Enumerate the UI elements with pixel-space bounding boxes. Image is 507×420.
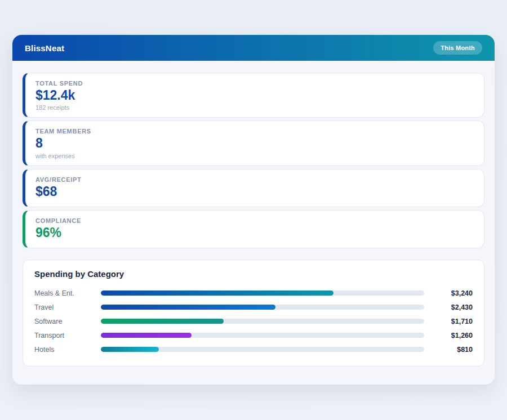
stat-value: $68 bbox=[35, 185, 474, 199]
stat-label: TEAM MEMBERS bbox=[35, 128, 474, 135]
spending-by-category-card: Spending by Category Meals & Ent. $3,240… bbox=[23, 260, 484, 367]
bar-row-hotels: Hotels $810 bbox=[34, 342, 473, 356]
bar-label: Transport bbox=[34, 332, 94, 339]
bar-track bbox=[101, 305, 424, 310]
bar-fill bbox=[101, 305, 275, 310]
bar-label: Software bbox=[34, 318, 94, 325]
bar-fill bbox=[101, 333, 192, 338]
stat-card-total-spend: TOTAL SPEND $12.4k 182 receipts bbox=[23, 73, 484, 118]
bar-track bbox=[101, 333, 424, 338]
bar-label: Meals & Ent. bbox=[34, 289, 94, 297]
bar-value: $1,260 bbox=[431, 332, 473, 339]
stat-subtext: 182 receipts bbox=[35, 104, 474, 111]
bar-track bbox=[101, 291, 424, 296]
bar-row-meals: Meals & Ent. $3,240 bbox=[34, 286, 473, 300]
stat-label: COMPLIANCE bbox=[35, 217, 474, 224]
bar-value: $3,240 bbox=[431, 289, 473, 297]
stat-label: AVG/RECEIPT bbox=[35, 176, 474, 183]
bar-row-travel: Travel $2,430 bbox=[34, 300, 473, 314]
bar-label: Hotels bbox=[34, 346, 94, 354]
stat-card-compliance: COMPLIANCE 96% bbox=[23, 210, 484, 248]
bar-fill bbox=[101, 347, 159, 352]
bar-value: $810 bbox=[431, 346, 473, 354]
stat-value: $12.4k bbox=[35, 88, 474, 102]
bar-label: Travel bbox=[34, 303, 94, 311]
bar-track bbox=[101, 347, 424, 352]
dashboard-content: TOTAL SPEND $12.4k 182 receipts TEAM MEM… bbox=[12, 61, 495, 377]
period-badge[interactable]: This Month bbox=[433, 41, 482, 55]
stat-value: 8 bbox=[35, 136, 474, 150]
bar-row-software: Software $1,710 bbox=[34, 314, 473, 328]
bar-fill bbox=[101, 319, 224, 324]
stat-card-avg-receipt: AVG/RECEIPT $68 bbox=[23, 169, 484, 207]
dashboard-panel: BlissNeat This Month TOTAL SPEND $12.4k … bbox=[12, 35, 495, 385]
stat-value: 96% bbox=[35, 226, 474, 240]
chart-title: Spending by Category bbox=[34, 269, 473, 279]
app-title: BlissNeat bbox=[25, 43, 64, 53]
bar-value: $1,710 bbox=[431, 318, 473, 325]
app-header: BlissNeat This Month bbox=[12, 35, 495, 61]
bar-fill bbox=[101, 291, 333, 296]
bar-track bbox=[101, 319, 424, 324]
stat-subtext: with expenses bbox=[35, 153, 474, 159]
bar-value: $2,430 bbox=[431, 303, 473, 311]
stat-label: TOTAL SPEND bbox=[35, 80, 474, 87]
stat-card-team-members: TEAM MEMBERS 8 with expenses bbox=[23, 120, 484, 166]
bar-row-transport: Transport $1,260 bbox=[34, 328, 473, 342]
